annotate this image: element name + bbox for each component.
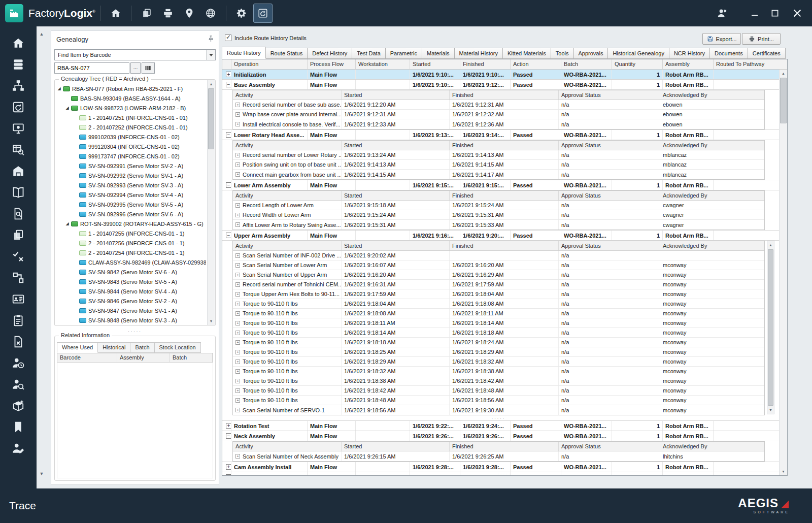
tree-item[interactable]: ◢RBA-SN-077 (Robot Arm RBA-825-2021 - F) bbox=[56, 84, 206, 93]
tab-parametric[interactable]: Parametric bbox=[386, 48, 422, 59]
print-button[interactable] bbox=[158, 4, 178, 23]
activity-expand-icon[interactable]: + bbox=[235, 263, 240, 268]
scroll-down-icon[interactable]: ▼ bbox=[767, 406, 774, 414]
include-route-history-checkbox[interactable] bbox=[225, 35, 231, 41]
logout-button[interactable] bbox=[713, 4, 731, 22]
expand-icon[interactable]: + bbox=[226, 474, 231, 475]
barcode-input[interactable] bbox=[54, 62, 129, 74]
activity-row[interactable]: +Torque to 90-110 ft lbs1/6/2021 9:18:38… bbox=[233, 376, 764, 386]
monitor-icon[interactable] bbox=[12, 122, 25, 135]
tab-route-status[interactable]: Route Status bbox=[266, 48, 308, 59]
activity-expand-icon[interactable]: + bbox=[235, 112, 240, 117]
col-assembly[interactable]: Assembly bbox=[663, 59, 714, 69]
tab-certificates[interactable]: Certificates bbox=[748, 48, 786, 59]
maximize-button[interactable] bbox=[766, 5, 784, 22]
activity-row[interactable]: +Torque Upper Arm Hex Bolts to 90-11...1… bbox=[233, 289, 764, 299]
tab-tools[interactable]: Tools bbox=[551, 48, 574, 59]
activity-row[interactable]: +Torque to 90-110 ft lbs1/6/2021 9:18:11… bbox=[233, 318, 764, 328]
activity-expand-icon[interactable]: + bbox=[235, 282, 240, 287]
clipboard-edit-icon[interactable] bbox=[12, 314, 25, 327]
activity-row[interactable]: +Scan Serial Number of Upper Arm1/6/2021… bbox=[233, 270, 764, 280]
tree-item[interactable]: SV-SN-092994 (Servo Motor SV-4 - A) bbox=[56, 190, 206, 200]
bookmark-icon[interactable] bbox=[12, 420, 25, 434]
activity-expand-icon[interactable]: + bbox=[235, 172, 240, 177]
expand-icon[interactable]: + bbox=[226, 423, 231, 429]
col-finished[interactable]: Finished bbox=[460, 59, 511, 69]
activity-expand-icon[interactable]: + bbox=[235, 321, 240, 325]
col-process-flow[interactable]: Process Flow bbox=[308, 59, 356, 69]
col-quantity[interactable]: Quantity bbox=[612, 59, 663, 69]
tree-item[interactable]: 1 - 201407255 (INFORCE-CNS-01 - 1) bbox=[56, 228, 206, 238]
related-tab-stock-location[interactable]: Stock Location bbox=[154, 342, 201, 353]
expand-icon[interactable]: + bbox=[226, 72, 231, 77]
col-routed-to-pathway[interactable]: Routed To Pathway bbox=[714, 59, 787, 69]
copy-icon[interactable] bbox=[12, 228, 25, 242]
tree-item[interactable]: SV-SN-092991 (Servo Motor SV-2 - A) bbox=[56, 161, 206, 171]
tree-item[interactable]: ◢LOW-SN-998723 (LOWER-ARM-2182 - B) bbox=[56, 103, 206, 113]
activity-row[interactable]: +Record serial number of Tohnichi CEM...… bbox=[233, 280, 764, 289]
related-tab-batch[interactable]: Batch bbox=[130, 342, 154, 353]
activity-row[interactable]: +Torque to 90-110 ft lbs1/6/2021 9:18:25… bbox=[233, 347, 764, 357]
sidebar-scroll-up-icon[interactable]: ▲ bbox=[39, 31, 45, 37]
activity-expand-icon[interactable]: + bbox=[235, 153, 240, 157]
tab-approvals[interactable]: Approvals bbox=[574, 48, 608, 59]
expand-icon[interactable]: + bbox=[226, 464, 231, 470]
activity-row[interactable]: +Scan Serial Number of Lower Arm1/6/2021… bbox=[233, 260, 764, 270]
book-icon[interactable] bbox=[12, 186, 25, 199]
activity-expand-icon[interactable]: + bbox=[235, 331, 240, 335]
home-icon[interactable] bbox=[12, 37, 25, 50]
scroll-thumb[interactable] bbox=[780, 78, 787, 123]
operation-row-arm-assembly-inspection[interactable]: +Arm Assembly InspectionMain Flow1/6/202… bbox=[222, 472, 779, 475]
activity-expand-icon[interactable]: + bbox=[235, 388, 240, 393]
user-search-icon[interactable] bbox=[12, 378, 25, 391]
activity-expand-icon[interactable]: + bbox=[235, 253, 240, 258]
tree-item[interactable]: SV-SN-9844 (Servo Motor SV-4 - A) bbox=[56, 286, 206, 296]
print-button[interactable]: Print... bbox=[742, 33, 781, 45]
operation-row-lower-arm-assembly[interactable]: −Lower Arm AssemblyMain Flow1/6/2021 9:1… bbox=[222, 180, 779, 190]
tab-documents[interactable]: Documents bbox=[710, 48, 748, 59]
scroll-up-icon[interactable]: ▲ bbox=[767, 241, 774, 249]
activity-row[interactable]: +Torque to 90-110 ft lbs1/6/2021 9:18:18… bbox=[233, 338, 764, 347]
sidebar-scroll-down-icon[interactable]: ▼ bbox=[39, 471, 45, 476]
grid-scrollbar[interactable]: ▲ ▼ bbox=[779, 70, 787, 475]
scroll-thumb[interactable] bbox=[768, 249, 773, 406]
activity-expand-icon[interactable]: + bbox=[235, 408, 240, 412]
activity-row[interactable]: +Torque to 90-110 ft lbs1/6/2021 9:18:32… bbox=[233, 367, 764, 376]
activity-expand-icon[interactable]: + bbox=[235, 311, 240, 316]
trace-icon[interactable] bbox=[12, 101, 25, 114]
tree-item[interactable]: SV-SN-092993 (Servo Motor SV-3 - A) bbox=[56, 180, 206, 190]
close-button[interactable] bbox=[787, 5, 808, 22]
tab-route-history[interactable]: Route History bbox=[222, 47, 266, 59]
tab-historical-genealogy[interactable]: Historical Genealogy bbox=[608, 48, 669, 59]
activity-expand-icon[interactable]: + bbox=[235, 273, 240, 277]
activity-expand-icon[interactable]: + bbox=[235, 302, 240, 306]
tree-item[interactable]: SV-SN-092992 (Servo Motor SV-1 - A) bbox=[56, 171, 206, 180]
scroll-up-icon[interactable]: ▲ bbox=[208, 80, 215, 88]
database-icon[interactable] bbox=[12, 58, 25, 71]
tab-materials[interactable]: Materials bbox=[422, 48, 455, 59]
tree-item[interactable]: 2 - 201407256 (INFORCE-CNS-01 - 1) bbox=[56, 238, 206, 248]
scroll-thumb[interactable] bbox=[208, 88, 214, 149]
activity-row[interactable]: +Record serial number of base sub asse..… bbox=[233, 100, 764, 110]
col-workstation[interactable]: Workstation bbox=[356, 59, 410, 69]
globe-button[interactable] bbox=[201, 4, 220, 23]
operation-row-base-assembly[interactable]: −Base AssemblyMain Flow1/6/2021 9:10:...… bbox=[222, 80, 779, 90]
flow-merge-icon[interactable] bbox=[12, 271, 25, 284]
search-mode-dropdown[interactable]: Find Item by Barcode bbox=[54, 49, 216, 60]
activity-row[interactable]: +Torque to 90-110 ft lbs1/6/2021 9:18:08… bbox=[233, 309, 764, 318]
tree-expander-icon[interactable]: ◢ bbox=[56, 86, 62, 91]
activity-expand-icon[interactable]: + bbox=[235, 340, 240, 345]
activity-row[interactable]: +Torque to 90-110 ft lbs1/6/2021 9:18:04… bbox=[233, 299, 764, 309]
activity-scrollbar[interactable]: ▲▼ bbox=[767, 241, 774, 414]
more-activities-grip[interactable]: ..... bbox=[232, 415, 765, 420]
activity-row[interactable]: +Torque to 90-110 ft lbs1/6/2021 9:18:29… bbox=[233, 357, 764, 367]
dropdown-button[interactable] bbox=[206, 50, 215, 60]
scroll-down-icon[interactable]: ▼ bbox=[208, 317, 215, 325]
activity-expand-icon[interactable]: + bbox=[235, 369, 240, 374]
activity-row[interactable]: +Scan Serial Number of SERVO-11/6/2021 9… bbox=[233, 405, 764, 415]
tab-material-history[interactable]: Material History bbox=[455, 48, 503, 59]
activity-row[interactable]: +Connect main gearbox from base unit ...… bbox=[233, 170, 764, 179]
operation-row-rotation-test[interactable]: +Rotation TestMain Flow1/6/2021 9:22:...… bbox=[222, 421, 779, 431]
tree-expander-icon[interactable]: ◢ bbox=[64, 221, 71, 226]
tree-item[interactable]: SV-SN-9847 (Servo Motor SV-1 - A) bbox=[56, 306, 206, 315]
